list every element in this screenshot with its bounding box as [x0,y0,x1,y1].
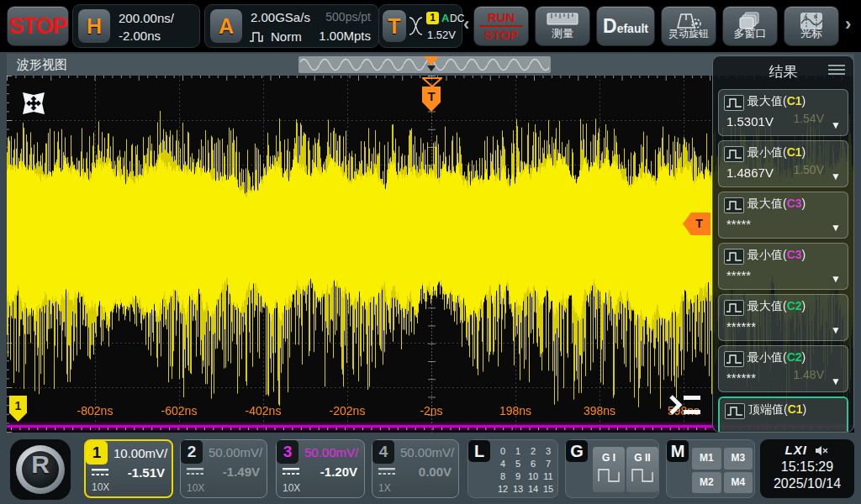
trigger-icon: T [383,10,406,42]
bottom-menu-expand-icon[interactable] [666,392,703,417]
math-4-button[interactable]: M4 [724,472,753,494]
logic-channels-box[interactable]: L 0123 4567 891011 12131415 [467,439,558,498]
channel-2-scale: 50.00mV/ [209,445,262,459]
channel-3-box[interactable]: 3 50.00mV/ -1.20V 10X [276,439,365,498]
run-stop-button[interactable]: RUN STOP [473,6,529,46]
expand-arrow-icon[interactable]: ▼ [831,171,841,182]
measurement-label: 最大值(C3) [747,197,806,212]
toolbar-scroll-right-icon[interactable]: › [845,13,855,35]
expand-arrow-icon[interactable]: ▼ [831,273,841,285]
expand-fullscreen-icon[interactable] [22,92,45,115]
channel-4-probe: 1X [378,482,391,494]
measurement-label: 最大值(C2) [747,299,806,314]
generator-2-button[interactable]: G II [626,447,658,492]
result-item-max-c1[interactable]: 最大值(C1) 1.5301V 1.54V ▼ [718,89,848,136]
math-badge: M [667,440,689,462]
default-button[interactable]: Default [596,6,655,46]
expand-arrow-icon[interactable]: ▼ [831,324,841,336]
stop-label: STOP [484,28,519,42]
channel-4-box[interactable]: 4 50.00mV/ 0.00V 1X [372,439,459,498]
x-axis-label: -402ns [236,404,290,417]
measurement-label: 最小值(C3) [747,248,806,263]
measurement-label: 顶端值(C1) [748,402,806,417]
channel-1-scale: 10.00mV/ [114,446,167,460]
result-item-min-c2[interactable]: 最小值(C2) ****** 1.48V ▼ [718,345,848,392]
ground-coupling-icon [91,468,111,478]
trigger-source-badge: 1 [426,12,439,24]
ghost-value: 1.54V [793,112,824,125]
result-item-max-c2[interactable]: 最大值(C2) ****** ▼ [718,294,848,341]
horizontal-settings-panel[interactable]: H 200.00ns/ -2.00ns [72,4,200,48]
system-time: 15:15:29 [760,458,854,476]
expand-arrow-icon[interactable]: ▼ [831,375,841,387]
run-label: RUN [488,10,515,24]
multi-window-button[interactable]: 多窗口 [722,6,778,46]
sample-resolution: 500ps/pt [325,10,371,24]
overview-trigger-position-icon[interactable] [424,56,439,66]
toolbar-scroll-left-icon[interactable]: ‹ [463,13,473,35]
trigger-level: 1.52V [427,29,456,41]
generator-1-button[interactable]: G I [593,447,625,492]
generator-2-label: G II [626,452,658,464]
math-2-button[interactable]: M2 [692,472,721,494]
channel-1-box[interactable]: 1 10.00mV/ -1.51V 10X [84,439,173,498]
expand-arrow-icon[interactable]: ▼ [831,222,841,234]
ghost-value: 1.50V [793,163,824,176]
timebase-overview-strip[interactable] [298,56,551,73]
math-button-grid: M1 M3 M2 M4 [692,448,753,493]
ghost-value: 1.48V [793,368,824,381]
result-item-min-c1[interactable]: 最小值(C1) 1.4867V 1.50V ▼ [718,140,848,187]
system-date: 2025/10/14 [760,476,854,491]
acq-mode: Norm [271,29,302,44]
channel-4-offset: 0.00V [419,465,452,479]
channel-1-badge: 1 [86,441,108,465]
trigger-coupling: DC [450,13,464,24]
results-menu-icon[interactable] [828,65,845,77]
result-item-max-c3[interactable]: 最大值(C3) ***** ▼ [718,192,848,239]
svg-text:A: A [804,14,807,19]
sample-rate: 2.00GSa/s [251,10,310,24]
math-box: M M1 M3 M2 M4 [666,439,755,498]
trigger-panel[interactable]: T 1 A DC 1.52V [378,4,462,48]
stop-status-button[interactable]: STOP [7,6,69,46]
flex-knob-button[interactable]: 灵动旋钮 [661,6,716,46]
acq-mode-icon [249,31,267,43]
math-3-button[interactable]: M3 [724,448,753,470]
logic-digit-grid: 0123 4567 891011 12131415 [495,444,556,495]
top-toolbar: STOP H 200.00ns/ -2.00ns A 2.00GSa/s Nor… [0,0,861,52]
x-axis-label: 198ns [489,404,542,417]
clock-status-box[interactable]: LXI 15:15:29 2025/10/14 [760,439,854,498]
measure-label: 测量 [536,26,589,41]
measurement-value: ***** [726,217,751,231]
memory-depth: 1.00Mpts [319,29,371,43]
channel-3-scale: 50.00mV/ [304,445,358,459]
generator-badge: G [566,440,588,462]
x-axis-label: -2ns [404,404,458,417]
square-wave-icon [631,467,653,484]
oscilloscope-screen: STOP H 200.00ns/ -2.00ns A 2.00GSa/s Nor… [0,0,861,504]
trigger-position-outline-icon [422,77,442,87]
measure-button[interactable]: 测量 [535,6,590,46]
result-item-min-c3[interactable]: 最小值(C3) ***** ▼ [718,243,848,290]
knob-gear-icon [662,12,716,29]
channel-2-badge: 2 [181,440,203,464]
rigol-logo[interactable]: R [10,439,71,500]
bottom-status-bar: R 1 10.00mV/ -1.51V 10X 2 50.00mV/ -1.49… [0,435,861,504]
measurement-value: 1.4867V [726,165,774,180]
logo-letter: R [10,450,71,479]
measurement-value: ****** [726,319,756,333]
results-header[interactable]: 结果 [713,56,853,85]
trigger-type-icon [409,16,423,36]
channel-2-box[interactable]: 2 50.00mV/ -1.49V 10X [180,439,267,498]
svg-text:B: B [814,14,817,19]
math-1-button[interactable]: M1 [692,448,721,470]
acquisition-panel[interactable]: A 2.00GSa/s Norm 500ps/pt 1.00Mpts [204,4,379,48]
expand-arrow-icon[interactable]: ▼ [831,119,841,131]
result-item-top-c1[interactable]: 顶端值(C1) [718,396,848,433]
cursor-button[interactable]: AB 光标 [784,6,839,46]
channel-3-probe: 10X [283,482,300,494]
measurement-value: ****** [726,370,756,385]
measurement-icon [724,249,744,265]
timebase-scale: 200.00ns/ [119,11,174,25]
default-label: Default [597,7,654,48]
